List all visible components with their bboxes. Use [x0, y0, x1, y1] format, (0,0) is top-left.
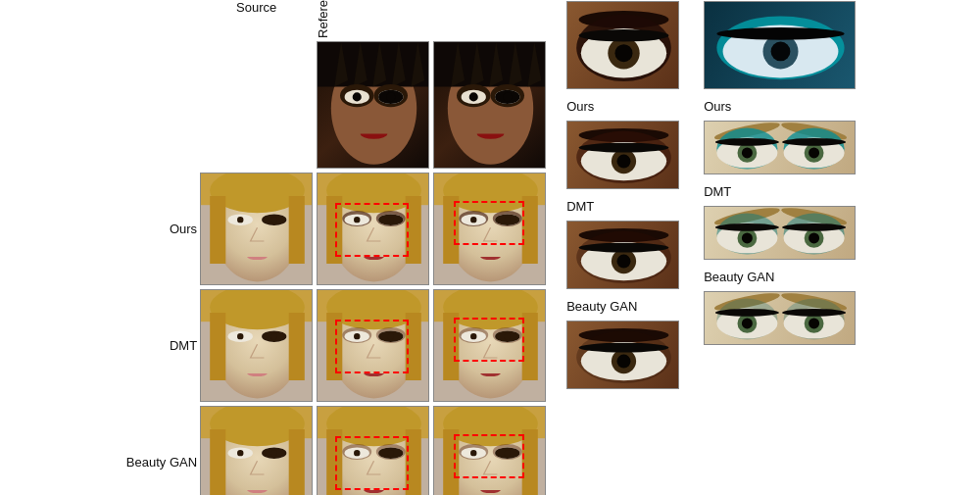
- dmt-result-2: [433, 289, 546, 402]
- beauty-gan-label-right1: Beauty GAN: [566, 299, 637, 314]
- dmt-label-right1: DMT: [566, 199, 594, 214]
- eye-column-1: Reference Ours DMT Beauty GAN: [566, 0, 679, 389]
- dmt-eye-1: [566, 221, 679, 289]
- beauty-gan-label-right2: Beauty GAN: [704, 270, 774, 284]
- main-container: Source Reference: [115, 0, 865, 495]
- eye-column-2: Reference Ours DMT Beauty GAN: [704, 0, 856, 345]
- beauty-gan-result-1: [317, 406, 429, 495]
- dmt-label-right2: DMT: [704, 184, 731, 199]
- right-section: Reference Ours DMT Beauty GAN Reference: [566, 0, 856, 389]
- left-grid: Source Reference: [124, 0, 549, 495]
- ours-result-1: [317, 173, 429, 285]
- dmt-result-1: [317, 289, 429, 402]
- dmt-source-face: [200, 289, 313, 402]
- dmt-eye-2: [704, 206, 856, 260]
- beauty-gan-eye-2: [704, 291, 856, 345]
- beauty-gan-source-face: [200, 406, 313, 495]
- ours-result-2: [433, 173, 546, 285]
- ref-eye-1: [566, 1, 679, 89]
- beauty-gan-label-1: Beauty GAN: [126, 455, 197, 470]
- ours-eye-2: [704, 121, 856, 174]
- reference-face-1: [317, 41, 429, 169]
- ours-label-right2: Ours: [704, 99, 731, 114]
- beauty-gan-eye-1: [566, 321, 679, 389]
- ours-label-right1: Ours: [566, 99, 594, 114]
- ours-label-1: Ours: [170, 222, 197, 236]
- ours-source-face: [200, 173, 313, 285]
- dmt-label-1: DMT: [170, 338, 197, 353]
- reference-label-rotated: Reference: [316, 0, 330, 38]
- ours-eye-1: [566, 121, 679, 189]
- beauty-gan-result-2: [433, 406, 546, 495]
- reference-face-2: [433, 41, 546, 169]
- ref-eye-2: [704, 1, 856, 89]
- source-label: Source: [236, 0, 276, 15]
